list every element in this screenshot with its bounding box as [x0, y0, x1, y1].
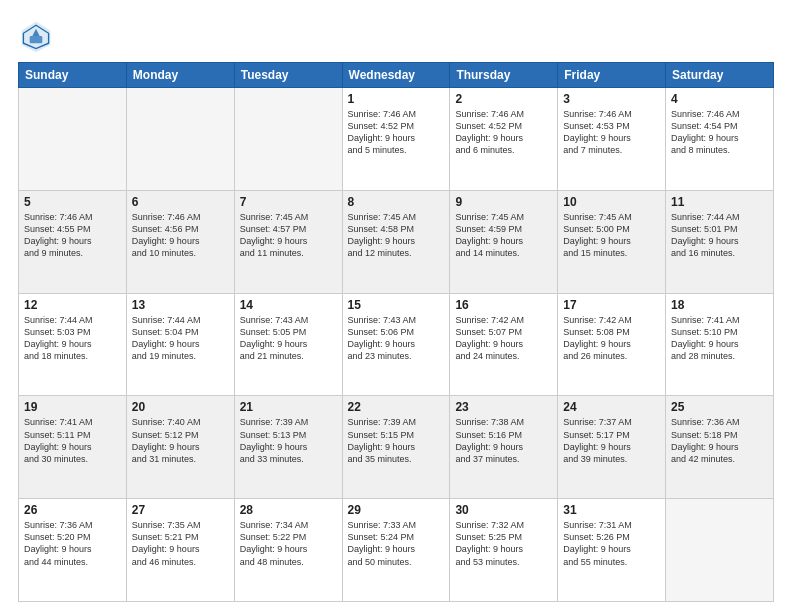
day-info: Sunrise: 7:44 AM Sunset: 5:04 PM Dayligh…	[132, 314, 229, 363]
calendar-cell: 22Sunrise: 7:39 AM Sunset: 5:15 PM Dayli…	[342, 396, 450, 499]
calendar-cell: 16Sunrise: 7:42 AM Sunset: 5:07 PM Dayli…	[450, 293, 558, 396]
weekday-header-saturday: Saturday	[666, 63, 774, 88]
day-number: 25	[671, 400, 768, 414]
logo-icon	[18, 18, 54, 54]
day-info: Sunrise: 7:46 AM Sunset: 4:53 PM Dayligh…	[563, 108, 660, 157]
day-info: Sunrise: 7:32 AM Sunset: 5:25 PM Dayligh…	[455, 519, 552, 568]
calendar-cell: 7Sunrise: 7:45 AM Sunset: 4:57 PM Daylig…	[234, 190, 342, 293]
day-info: Sunrise: 7:37 AM Sunset: 5:17 PM Dayligh…	[563, 416, 660, 465]
day-number: 31	[563, 503, 660, 517]
calendar-cell: 2Sunrise: 7:46 AM Sunset: 4:52 PM Daylig…	[450, 88, 558, 191]
weekday-header-tuesday: Tuesday	[234, 63, 342, 88]
day-info: Sunrise: 7:33 AM Sunset: 5:24 PM Dayligh…	[348, 519, 445, 568]
weekday-header-wednesday: Wednesday	[342, 63, 450, 88]
calendar-cell: 5Sunrise: 7:46 AM Sunset: 4:55 PM Daylig…	[19, 190, 127, 293]
day-number: 7	[240, 195, 337, 209]
day-number: 4	[671, 92, 768, 106]
day-info: Sunrise: 7:44 AM Sunset: 5:03 PM Dayligh…	[24, 314, 121, 363]
calendar-cell: 3Sunrise: 7:46 AM Sunset: 4:53 PM Daylig…	[558, 88, 666, 191]
calendar-cell: 20Sunrise: 7:40 AM Sunset: 5:12 PM Dayli…	[126, 396, 234, 499]
calendar-cell: 30Sunrise: 7:32 AM Sunset: 5:25 PM Dayli…	[450, 499, 558, 602]
day-number: 12	[24, 298, 121, 312]
day-number: 19	[24, 400, 121, 414]
day-info: Sunrise: 7:36 AM Sunset: 5:20 PM Dayligh…	[24, 519, 121, 568]
day-number: 20	[132, 400, 229, 414]
day-number: 2	[455, 92, 552, 106]
day-number: 15	[348, 298, 445, 312]
day-number: 3	[563, 92, 660, 106]
calendar-cell: 25Sunrise: 7:36 AM Sunset: 5:18 PM Dayli…	[666, 396, 774, 499]
calendar-cell: 17Sunrise: 7:42 AM Sunset: 5:08 PM Dayli…	[558, 293, 666, 396]
day-info: Sunrise: 7:44 AM Sunset: 5:01 PM Dayligh…	[671, 211, 768, 260]
day-number: 5	[24, 195, 121, 209]
calendar-cell	[666, 499, 774, 602]
day-number: 29	[348, 503, 445, 517]
day-info: Sunrise: 7:46 AM Sunset: 4:52 PM Dayligh…	[348, 108, 445, 157]
calendar-cell	[19, 88, 127, 191]
week-row-5: 26Sunrise: 7:36 AM Sunset: 5:20 PM Dayli…	[19, 499, 774, 602]
day-info: Sunrise: 7:42 AM Sunset: 5:07 PM Dayligh…	[455, 314, 552, 363]
day-info: Sunrise: 7:42 AM Sunset: 5:08 PM Dayligh…	[563, 314, 660, 363]
day-number: 6	[132, 195, 229, 209]
day-number: 13	[132, 298, 229, 312]
day-info: Sunrise: 7:41 AM Sunset: 5:11 PM Dayligh…	[24, 416, 121, 465]
day-info: Sunrise: 7:40 AM Sunset: 5:12 PM Dayligh…	[132, 416, 229, 465]
day-info: Sunrise: 7:45 AM Sunset: 5:00 PM Dayligh…	[563, 211, 660, 260]
calendar-cell: 8Sunrise: 7:45 AM Sunset: 4:58 PM Daylig…	[342, 190, 450, 293]
page: SundayMondayTuesdayWednesdayThursdayFrid…	[0, 0, 792, 612]
calendar-table: SundayMondayTuesdayWednesdayThursdayFrid…	[18, 62, 774, 602]
day-info: Sunrise: 7:43 AM Sunset: 5:06 PM Dayligh…	[348, 314, 445, 363]
day-number: 10	[563, 195, 660, 209]
calendar-cell	[234, 88, 342, 191]
calendar-cell: 13Sunrise: 7:44 AM Sunset: 5:04 PM Dayli…	[126, 293, 234, 396]
logo	[18, 18, 60, 54]
weekday-header-monday: Monday	[126, 63, 234, 88]
day-number: 16	[455, 298, 552, 312]
calendar-cell: 10Sunrise: 7:45 AM Sunset: 5:00 PM Dayli…	[558, 190, 666, 293]
calendar-cell: 15Sunrise: 7:43 AM Sunset: 5:06 PM Dayli…	[342, 293, 450, 396]
calendar-cell: 24Sunrise: 7:37 AM Sunset: 5:17 PM Dayli…	[558, 396, 666, 499]
weekday-header-sunday: Sunday	[19, 63, 127, 88]
week-row-3: 12Sunrise: 7:44 AM Sunset: 5:03 PM Dayli…	[19, 293, 774, 396]
calendar-cell: 9Sunrise: 7:45 AM Sunset: 4:59 PM Daylig…	[450, 190, 558, 293]
calendar-cell: 4Sunrise: 7:46 AM Sunset: 4:54 PM Daylig…	[666, 88, 774, 191]
day-number: 26	[24, 503, 121, 517]
week-row-2: 5Sunrise: 7:46 AM Sunset: 4:55 PM Daylig…	[19, 190, 774, 293]
calendar-cell: 18Sunrise: 7:41 AM Sunset: 5:10 PM Dayli…	[666, 293, 774, 396]
calendar-cell: 23Sunrise: 7:38 AM Sunset: 5:16 PM Dayli…	[450, 396, 558, 499]
week-row-1: 1Sunrise: 7:46 AM Sunset: 4:52 PM Daylig…	[19, 88, 774, 191]
calendar-cell: 14Sunrise: 7:43 AM Sunset: 5:05 PM Dayli…	[234, 293, 342, 396]
calendar-cell: 6Sunrise: 7:46 AM Sunset: 4:56 PM Daylig…	[126, 190, 234, 293]
calendar-cell: 28Sunrise: 7:34 AM Sunset: 5:22 PM Dayli…	[234, 499, 342, 602]
day-info: Sunrise: 7:39 AM Sunset: 5:15 PM Dayligh…	[348, 416, 445, 465]
day-number: 9	[455, 195, 552, 209]
day-info: Sunrise: 7:46 AM Sunset: 4:56 PM Dayligh…	[132, 211, 229, 260]
day-info: Sunrise: 7:46 AM Sunset: 4:54 PM Dayligh…	[671, 108, 768, 157]
day-info: Sunrise: 7:38 AM Sunset: 5:16 PM Dayligh…	[455, 416, 552, 465]
calendar-cell: 27Sunrise: 7:35 AM Sunset: 5:21 PM Dayli…	[126, 499, 234, 602]
day-number: 24	[563, 400, 660, 414]
day-number: 1	[348, 92, 445, 106]
day-number: 28	[240, 503, 337, 517]
day-info: Sunrise: 7:41 AM Sunset: 5:10 PM Dayligh…	[671, 314, 768, 363]
day-number: 17	[563, 298, 660, 312]
day-number: 22	[348, 400, 445, 414]
day-info: Sunrise: 7:46 AM Sunset: 4:52 PM Dayligh…	[455, 108, 552, 157]
day-number: 11	[671, 195, 768, 209]
calendar-cell	[126, 88, 234, 191]
calendar-cell: 11Sunrise: 7:44 AM Sunset: 5:01 PM Dayli…	[666, 190, 774, 293]
calendar-cell: 12Sunrise: 7:44 AM Sunset: 5:03 PM Dayli…	[19, 293, 127, 396]
calendar-cell: 1Sunrise: 7:46 AM Sunset: 4:52 PM Daylig…	[342, 88, 450, 191]
weekday-header-friday: Friday	[558, 63, 666, 88]
weekday-header-row: SundayMondayTuesdayWednesdayThursdayFrid…	[19, 63, 774, 88]
day-info: Sunrise: 7:43 AM Sunset: 5:05 PM Dayligh…	[240, 314, 337, 363]
day-number: 21	[240, 400, 337, 414]
day-info: Sunrise: 7:39 AM Sunset: 5:13 PM Dayligh…	[240, 416, 337, 465]
day-info: Sunrise: 7:45 AM Sunset: 4:58 PM Dayligh…	[348, 211, 445, 260]
day-info: Sunrise: 7:45 AM Sunset: 4:59 PM Dayligh…	[455, 211, 552, 260]
day-number: 27	[132, 503, 229, 517]
calendar-cell: 19Sunrise: 7:41 AM Sunset: 5:11 PM Dayli…	[19, 396, 127, 499]
day-number: 23	[455, 400, 552, 414]
day-number: 30	[455, 503, 552, 517]
calendar-cell: 21Sunrise: 7:39 AM Sunset: 5:13 PM Dayli…	[234, 396, 342, 499]
